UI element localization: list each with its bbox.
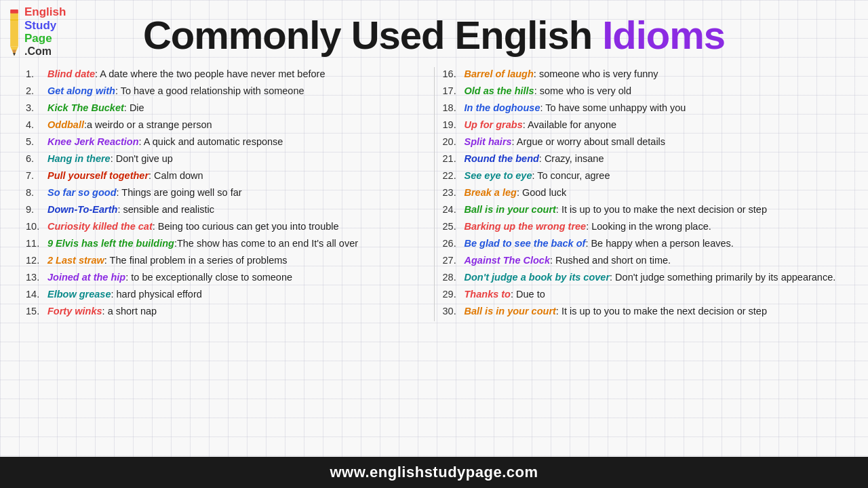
list-item: 3.Kick The Bucket: Die xyxy=(26,101,426,115)
item-text: See eye to eye: To concur, agree xyxy=(465,169,843,183)
item-number: 9. xyxy=(26,203,47,217)
list-item: 5.Knee Jerk Reaction: A quick and automa… xyxy=(26,135,426,149)
list-item: 20.Split hairs: Argue or worry about sma… xyxy=(443,135,843,149)
content-area: 1.Blind date: A date where the two peopl… xyxy=(20,67,848,321)
item-number: 1. xyxy=(26,67,47,81)
right-column: 16.Barrel of laugh: someone who is very … xyxy=(437,67,848,321)
idiom-phrase: Hang in there xyxy=(47,153,111,164)
column-divider xyxy=(434,67,435,321)
idiom-definition: : someone who is very funny xyxy=(534,68,658,79)
list-item: 17.Old as the hills: some who is very ol… xyxy=(443,84,843,98)
idiom-phrase: So far so good xyxy=(47,187,117,198)
idiom-phrase: Kick The Bucket xyxy=(47,102,124,113)
pencil-icon xyxy=(7,7,22,61)
item-number: 25. xyxy=(443,220,465,234)
list-item: 28.Don't judge a book by its cover: Don'… xyxy=(443,270,843,285)
item-text: Knee Jerk Reaction: A quick and automati… xyxy=(47,135,426,149)
item-text: Ball is in your court: It is up to you t… xyxy=(465,203,843,217)
item-number: 20. xyxy=(443,135,465,149)
idiom-definition: : To have some unhappy with you xyxy=(540,102,686,113)
list-item: 2.Get along with: To have a good relatio… xyxy=(26,84,426,98)
idiom-phrase: Get along with xyxy=(47,85,115,96)
item-text: Up for grabs: Available for anyone xyxy=(465,118,843,132)
item-text: Kick The Bucket: Die xyxy=(47,101,426,115)
idiom-definition: : hard physical efford xyxy=(111,289,201,300)
idiom-definition: : Argue or worry about small details xyxy=(512,136,665,147)
idiom-definition: : It is up to you to make the next decis… xyxy=(556,306,767,317)
idiom-definition: : Good luck xyxy=(517,187,566,198)
item-text: Joined at the hip: to be exceptionally c… xyxy=(47,270,426,285)
list-item: 9.Down-To-Earth: sensible and realistic xyxy=(26,203,426,217)
item-number: 13. xyxy=(26,270,47,285)
item-text: 9 Elvis has left the building:The show h… xyxy=(47,237,426,251)
idiom-phrase: Curiosity killed the cat xyxy=(47,221,153,232)
list-item: 16.Barrel of laugh: someone who is very … xyxy=(443,67,843,81)
list-item: 30.Ball is in your court: It is up to yo… xyxy=(443,304,843,319)
idiom-phrase: Round the bend xyxy=(465,153,539,164)
idiom-definition: : Available for anyone xyxy=(523,119,616,130)
idiom-phrase: Down-To-Earth xyxy=(47,204,117,215)
logo-english: English xyxy=(24,5,66,19)
item-number: 2. xyxy=(26,84,47,98)
idiom-phrase: Ball is in your court xyxy=(465,204,556,215)
list-item: 25.Barking up the wrong tree: Looking in… xyxy=(443,220,843,234)
idiom-phrase: Elbow grease xyxy=(47,289,111,300)
item-number: 24. xyxy=(443,203,465,217)
idiom-definition: : Calm down xyxy=(149,170,203,181)
item-text: In the doghouse: To have some unhappy wi… xyxy=(465,101,843,115)
idiom-phrase: Old as the hills xyxy=(465,85,534,96)
list-item: 24.Ball is in your court: It is up to yo… xyxy=(443,203,843,217)
idiom-definition: :The show has come to an end It's all ov… xyxy=(174,238,358,249)
idiom-definition: : It is up to you to make the next decis… xyxy=(556,204,767,215)
item-text: Forty winks: a short nap xyxy=(47,304,426,319)
idiom-phrase: Split hairs xyxy=(465,136,512,147)
footer-url: www.englishstudypage.com xyxy=(330,464,538,481)
item-number: 11. xyxy=(26,237,47,251)
idiom-phrase: In the doghouse xyxy=(465,102,540,113)
list-item: 15.Forty winks: a short nap xyxy=(26,304,426,319)
item-number: 16. xyxy=(443,67,465,81)
idiom-definition: : Be happy when a person leaves. xyxy=(585,238,733,249)
idiom-definition: : A date where the two people have never… xyxy=(95,68,325,79)
idiom-definition: : Rushed and short on time. xyxy=(550,255,671,266)
idiom-phrase: 9 Elvis has left the building xyxy=(47,238,174,249)
item-text: Curiosity killed the cat: Being too curi… xyxy=(47,220,426,234)
idiom-phrase: Barrel of laugh xyxy=(465,68,534,79)
item-number: 30. xyxy=(443,304,465,319)
page-title: Commonly Used English Idioms xyxy=(20,7,848,66)
item-text: Don't judge a book by its cover: Don't j… xyxy=(465,270,843,285)
list-item: 19.Up for grabs: Available for anyone xyxy=(443,118,843,132)
list-item: 27.Against The Clock: Rushed and short o… xyxy=(443,253,843,268)
idiom-definition: :a weirdo or a strange person xyxy=(84,119,212,130)
item-text: Barrel of laugh: someone who is very fun… xyxy=(465,67,843,81)
item-text: 2 Last straw: The final problem in a ser… xyxy=(47,253,426,268)
item-text: Down-To-Earth: sensible and realistic xyxy=(47,203,426,217)
item-text: Elbow grease: hard physical efford xyxy=(47,287,426,302)
title-black: Commonly Used English xyxy=(143,13,602,57)
idiom-phrase: Don't judge a book by its cover xyxy=(465,272,610,283)
item-number: 12. xyxy=(26,253,47,268)
item-number: 28. xyxy=(443,270,465,285)
item-text: Oddball:a weirdo or a strange person xyxy=(47,118,426,132)
item-text: Old as the hills: some who is very old xyxy=(465,84,843,98)
idiom-definition: : a short nap xyxy=(102,306,157,317)
idiom-definition: : Being too curious can get you into tro… xyxy=(153,221,339,232)
item-number: 26. xyxy=(443,237,465,251)
item-text: Round the bend: Crazy, insane xyxy=(465,152,843,166)
item-text: Break a leg: Good luck xyxy=(465,186,843,200)
idiom-definition: : sensible and realistic xyxy=(117,204,214,215)
list-item: 8.So far so good: Things are going well … xyxy=(26,186,426,200)
item-number: 19. xyxy=(443,118,465,132)
idiom-phrase: Barking up the wrong tree xyxy=(465,221,587,232)
idiom-definition: : A quick and automatic response xyxy=(139,136,283,147)
list-item: 21.Round the bend: Crazy, insane xyxy=(443,152,843,166)
list-item: 29.Thanks to: Due to xyxy=(443,287,843,302)
footer: www.englishstudypage.com xyxy=(0,457,868,488)
svg-rect-1 xyxy=(10,9,18,14)
item-number: 7. xyxy=(26,169,47,183)
item-text: Barking up the wrong tree: Looking in th… xyxy=(465,220,843,234)
logo-study: Study xyxy=(24,19,66,33)
item-text: Ball is in your court: It is up to you t… xyxy=(465,304,843,319)
item-text: Split hairs: Argue or worry about small … xyxy=(465,135,843,149)
svg-rect-0 xyxy=(10,12,18,47)
